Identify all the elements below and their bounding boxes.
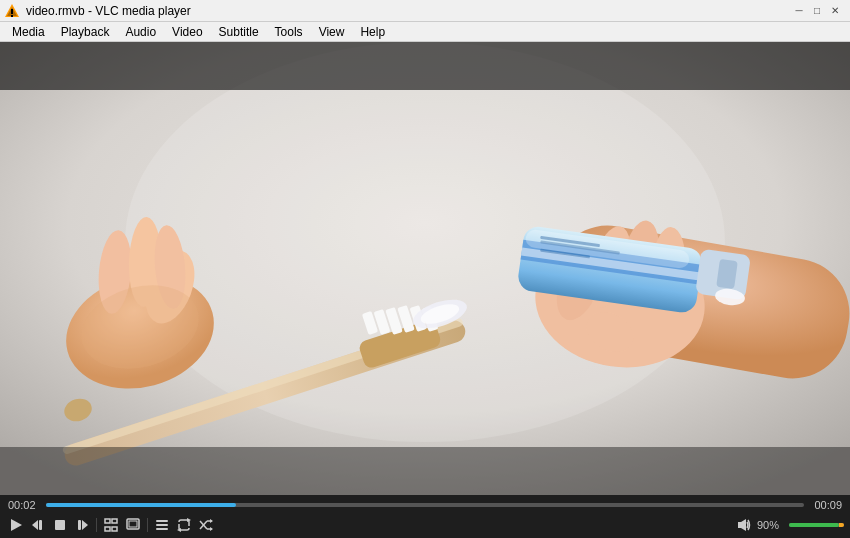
- svg-rect-2: [11, 9, 13, 14]
- title-bar: video.rmvb - VLC media player ─ □ ✕: [0, 0, 850, 22]
- play-icon: [9, 518, 23, 532]
- stop-button[interactable]: [50, 515, 70, 535]
- seekbar-track[interactable]: [46, 503, 804, 507]
- svg-rect-52: [112, 527, 117, 531]
- extended-button[interactable]: [123, 515, 143, 535]
- volume-area: 90%: [733, 515, 844, 535]
- window-title: video.rmvb - VLC media player: [26, 4, 191, 18]
- volume-button[interactable]: [733, 515, 753, 535]
- svg-rect-57: [156, 528, 168, 530]
- separator-1: [96, 518, 97, 532]
- svg-marker-44: [32, 520, 38, 530]
- menu-item-view[interactable]: View: [311, 23, 353, 41]
- svg-rect-56: [156, 524, 168, 526]
- svg-rect-41: [0, 42, 850, 90]
- playlist-icon: [155, 518, 169, 532]
- prev-button[interactable]: [28, 515, 48, 535]
- video-frame: [0, 42, 850, 495]
- menu-item-media[interactable]: Media: [4, 23, 53, 41]
- svg-marker-47: [82, 520, 88, 530]
- buttons-row: 90%: [0, 513, 850, 537]
- menu-item-help[interactable]: Help: [352, 23, 393, 41]
- svg-rect-49: [105, 519, 110, 523]
- volume-fill: [789, 523, 839, 527]
- play-button[interactable]: [6, 515, 26, 535]
- next-icon: [75, 518, 89, 532]
- maximize-button[interactable]: □: [810, 4, 824, 18]
- loop-icon: [177, 518, 191, 532]
- svg-rect-54: [129, 521, 137, 527]
- svg-rect-55: [156, 520, 168, 522]
- menu-item-subtitle[interactable]: Subtitle: [211, 23, 267, 41]
- loop-button[interactable]: [174, 515, 194, 535]
- volume-extra: [839, 523, 845, 527]
- random-button[interactable]: [196, 515, 216, 535]
- vlc-icon: [4, 3, 20, 19]
- svg-marker-65: [210, 527, 213, 531]
- svg-rect-50: [112, 519, 117, 523]
- title-left: video.rmvb - VLC media player: [4, 3, 191, 19]
- next-button[interactable]: [72, 515, 92, 535]
- menu-item-playback[interactable]: Playback: [53, 23, 118, 41]
- time-current: 00:02: [8, 499, 40, 511]
- close-button[interactable]: ✕: [828, 4, 842, 18]
- fullscreen-button[interactable]: [101, 515, 121, 535]
- window-controls: ─ □ ✕: [792, 4, 842, 18]
- menu-bar: MediaPlaybackAudioVideoSubtitleToolsView…: [0, 22, 850, 42]
- menu-item-audio[interactable]: Audio: [117, 23, 164, 41]
- svg-marker-43: [11, 519, 22, 531]
- volume-slider[interactable]: [789, 523, 844, 527]
- menu-item-video[interactable]: Video: [164, 23, 210, 41]
- fullscreen-icon: [104, 518, 118, 532]
- time-total: 00:09: [810, 499, 842, 511]
- stop-icon: [53, 518, 67, 532]
- controls-area: 00:02 00:09: [0, 495, 850, 537]
- volume-label: 90%: [757, 519, 785, 531]
- svg-marker-64: [210, 519, 213, 523]
- svg-rect-45: [39, 520, 42, 530]
- random-icon: [199, 518, 213, 532]
- seekbar-fill: [46, 503, 236, 507]
- svg-rect-46: [55, 520, 65, 530]
- svg-rect-51: [105, 527, 110, 531]
- seekbar-row: 00:02 00:09: [0, 497, 850, 513]
- extended-icon: [126, 518, 140, 532]
- playlist-button[interactable]: [152, 515, 172, 535]
- separator-2: [147, 518, 148, 532]
- svg-rect-42: [0, 447, 850, 495]
- video-area[interactable]: [0, 42, 850, 495]
- svg-rect-3: [11, 15, 13, 17]
- svg-marker-66: [738, 519, 746, 531]
- volume-icon: [735, 517, 751, 533]
- minimize-button[interactable]: ─: [792, 4, 806, 18]
- prev-icon: [31, 518, 45, 532]
- svg-rect-48: [78, 520, 81, 530]
- menu-item-tools[interactable]: Tools: [267, 23, 311, 41]
